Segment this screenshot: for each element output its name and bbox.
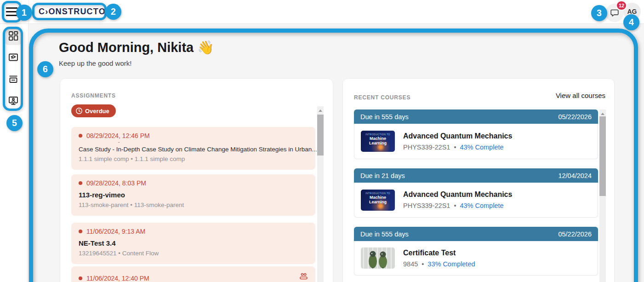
assignments-card: ASSIGNMENTS Overdue 08/29/2024, 12:46 PM… bbox=[60, 78, 333, 282]
annotation-marker-3: 3 bbox=[591, 5, 607, 21]
group-assignment-icon bbox=[299, 272, 308, 282]
course-due-label: Due in 555 days bbox=[360, 113, 409, 121]
course-due-date: 12/04/2024 bbox=[558, 172, 592, 179]
course-code: 9845 bbox=[403, 260, 418, 268]
assignment-course-info: 1.1.1 simple comp • 1.1.1 simple comp bbox=[79, 155, 308, 162]
course-progress-link[interactable]: 43% Complete bbox=[460, 202, 503, 209]
course-due-header[interactable]: Due in 21 days 12/04/2024 bbox=[354, 168, 598, 183]
chat-unread-badge: 12 bbox=[616, 0, 627, 11]
app-window: C›ONSTRUCTOR 12 AG bbox=[0, 0, 644, 282]
assignment-due-date: 11/06/2024, 12:40 PM bbox=[79, 275, 308, 282]
sidebar-item-dashboard[interactable] bbox=[4, 27, 23, 45]
annotation-marker-6: 6 bbox=[37, 61, 53, 77]
greeting-text: Good Morning, Nikita bbox=[59, 40, 194, 55]
overdue-dot-icon bbox=[79, 181, 82, 185]
page-title: Good Morning, Nikita👋 bbox=[59, 40, 214, 55]
assignment-note: - bbox=[118, 140, 308, 144]
overdue-dot-icon bbox=[79, 230, 82, 233]
course-name[interactable]: Certificate Test bbox=[403, 249, 475, 257]
course-code: PHYS339-22S1 bbox=[403, 202, 450, 209]
top-header: C›ONSTRUCTOR 12 AG bbox=[0, 0, 644, 24]
meta-separator: • bbox=[454, 144, 456, 151]
classroom-monitor-icon bbox=[8, 96, 18, 106]
course-code: PHYS339-22S1 bbox=[403, 144, 450, 151]
meta-separator: • bbox=[454, 202, 456, 209]
scroll-up-arrow-icon[interactable] bbox=[601, 113, 604, 115]
annotation-marker-1: 1 bbox=[16, 5, 32, 21]
assignment-title: NE-Test 3.4 bbox=[79, 239, 308, 247]
assignment-course-info: 113-smoke-parent • 113-smoke-parent bbox=[79, 201, 308, 208]
course-name[interactable]: Advanced Quantum Mechanics bbox=[403, 132, 512, 140]
course-due-date: 05/22/2026 bbox=[558, 230, 592, 238]
course-row[interactable]: INTRODUCTION TO Machine Learning Advance… bbox=[354, 124, 598, 159]
assignments-card-title: ASSIGNMENTS bbox=[71, 92, 116, 99]
course-thumbnail: INTRODUCTION TO Machine Learning bbox=[361, 131, 395, 152]
clock-icon bbox=[75, 107, 83, 115]
assignment-course-info: 13219645521 • Content Flow bbox=[79, 250, 308, 257]
course-group: Due in 21 days 12/04/2024 INTRODUCTION T… bbox=[354, 168, 598, 218]
course-progress-link[interactable]: 43% Complete bbox=[460, 144, 503, 151]
course-group: Due in 555 days 05/22/2026 INTRODUCTION … bbox=[354, 109, 598, 159]
annotation-marker-4: 4 bbox=[623, 14, 639, 30]
course-name[interactable]: Advanced Quantum Mechanics bbox=[403, 190, 512, 199]
assignment-due-date: 08/29/2024, 12:46 PM bbox=[79, 132, 308, 139]
left-sidebar bbox=[0, 24, 28, 282]
sidebar-item-courses[interactable] bbox=[4, 48, 23, 67]
assignment-item[interactable]: 11/06/2024, 9:13 AM NE-Test 3.4 13219645… bbox=[71, 223, 315, 264]
greeting-subtitle: Keep up the good work! bbox=[59, 59, 131, 67]
courses-scrollbar-thumb[interactable] bbox=[599, 116, 606, 196]
meta-separator: • bbox=[422, 260, 424, 268]
assignment-item[interactable]: 08/29/2024, 12:46 PM - Case Study - In-D… bbox=[71, 127, 315, 170]
course-row[interactable]: INTRODUCTION TO Machine Learning Advance… bbox=[354, 183, 598, 218]
courses-scrollbar[interactable] bbox=[599, 109, 606, 282]
assignment-title: Case Study - In-Depth Case Study on Clim… bbox=[79, 146, 308, 153]
overdue-dot-icon bbox=[79, 134, 82, 138]
course-due-header[interactable]: Due in 555 days 05/22/2026 bbox=[354, 109, 598, 124]
scroll-up-arrow-icon[interactable] bbox=[319, 109, 322, 112]
assignments-scrollbar-thumb[interactable] bbox=[317, 115, 324, 155]
assignment-item[interactable]: 11/06/2024, 12:40 PM bbox=[71, 266, 315, 282]
overdue-dot-icon bbox=[79, 276, 82, 280]
overdue-badge-label: Overdue bbox=[85, 108, 109, 115]
dashboard-grid-icon bbox=[8, 31, 18, 41]
course-due-label: Due in 21 days bbox=[360, 172, 405, 179]
annotation-marker-5: 5 bbox=[6, 115, 23, 131]
course-thumbnail bbox=[361, 247, 395, 269]
courses-screen-icon bbox=[8, 52, 18, 63]
course-due-header[interactable]: Due in 555 days 05/22/2026 bbox=[354, 227, 598, 241]
course-due-date: 05/22/2026 bbox=[558, 113, 592, 121]
course-thumbnail: INTRODUCTION TO Machine Learning bbox=[361, 190, 395, 211]
course-due-label: Due in 555 days bbox=[360, 230, 409, 238]
view-all-courses-link[interactable]: View all courses bbox=[556, 92, 605, 99]
assignments-scrollbar[interactable] bbox=[317, 106, 324, 282]
course-progress-link[interactable]: 33% Completed bbox=[427, 260, 475, 268]
waving-hand-emoji: 👋 bbox=[197, 40, 214, 55]
sidebar-item-assignments[interactable] bbox=[4, 70, 23, 88]
assignment-item[interactable]: 09/28/2024, 8:03 PM 113-reg-vimeo 113-sm… bbox=[71, 174, 315, 216]
parrots-image bbox=[361, 247, 395, 269]
assignment-due-date: 11/06/2024, 9:13 AM bbox=[79, 228, 308, 235]
course-row[interactable]: Certificate Test 9845 • 33% Completed bbox=[354, 241, 598, 276]
assignment-due-date: 09/28/2024, 8:03 PM bbox=[79, 179, 308, 187]
recent-courses-card-title: RECENT COURSES bbox=[354, 94, 410, 101]
overdue-filter-badge[interactable]: Overdue bbox=[71, 104, 116, 117]
annotation-marker-2: 2 bbox=[105, 4, 121, 20]
sidebar-item-classroom[interactable] bbox=[4, 92, 23, 110]
brand-logo[interactable]: C›ONSTRUCTOR bbox=[39, 7, 112, 17]
assignment-title: 113-reg-vimeo bbox=[79, 191, 308, 199]
recent-courses-card: RECENT COURSES View all courses Due in 5… bbox=[342, 78, 615, 282]
course-group: Due in 555 days 05/22/2026 bbox=[354, 227, 598, 276]
assignments-list-icon bbox=[8, 74, 18, 84]
